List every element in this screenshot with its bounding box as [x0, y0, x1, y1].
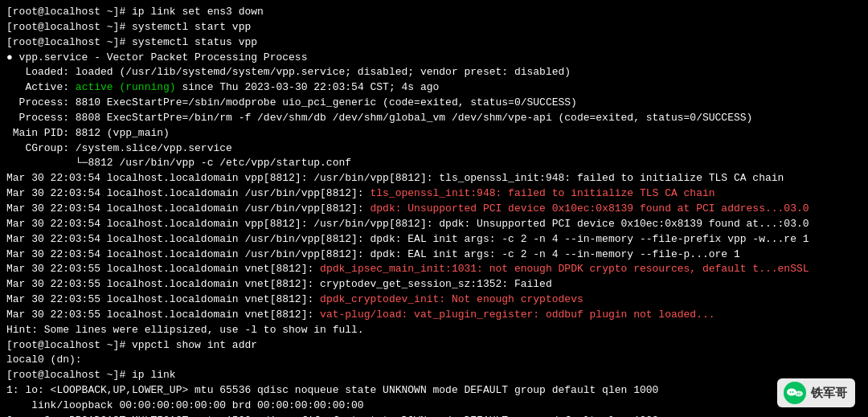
- terminal-line: CGroup: /system.slice/vpp.service: [6, 141, 862, 157]
- terminal: [root@localhost ~]# ip link set ens3 dow…: [0, 0, 868, 417]
- svg-point-6: [799, 393, 800, 395]
- terminal-line: [root@localhost ~]# systemctl status vpp: [6, 35, 862, 51]
- terminal-line: Mar 30 22:03:54 localhost.localdomain vp…: [6, 171, 862, 186]
- svg-point-3: [790, 391, 792, 393]
- terminal-line: Mar 30 22:03:55 localhost.localdomain vn…: [6, 292, 862, 308]
- svg-point-2: [795, 391, 803, 397]
- terminal-line: Mar 30 22:03:54 localhost.localdomain /u…: [6, 202, 862, 217]
- terminal-line: Process: 8810 ExecStartPre=/sbin/modprob…: [6, 96, 862, 111]
- terminal-line: Mar 30 22:03:54 localhost.localdomain /u…: [6, 232, 862, 247]
- terminal-line: Mar 30 22:03:54 localhost.localdomain /u…: [6, 186, 862, 202]
- terminal-line: ● vpp.service - Vector Packet Processing…: [6, 51, 862, 66]
- terminal-line: Mar 30 22:03:54 localhost.localdomain /u…: [6, 247, 862, 263]
- svg-point-5: [797, 393, 799, 395]
- terminal-line: Loaded: loaded (/usr/lib/systemd/system/…: [6, 65, 862, 80]
- terminal-line: Mar 30 22:03:55 localhost.localdomain vn…: [6, 262, 862, 277]
- terminal-line: Process: 8808 ExecStartPre=/bin/rm -f /d…: [6, 111, 862, 126]
- terminal-line: Active: active (running) since Thu 2023-…: [6, 80, 862, 96]
- terminal-line: 1: lo: <LOOPBACK,UP,LOWER_UP> mtu 65536 …: [6, 383, 862, 399]
- terminal-line: 2: ens3: <BROADCAST,MULTICAST> mtu 1500 …: [6, 414, 862, 417]
- watermark: 铁军哥: [777, 378, 855, 407]
- terminal-line: Mar 30 22:03:55 localhost.localdomain vn…: [6, 277, 862, 292]
- terminal-line: link/loopback 00:00:00:00:00:00 brd 00:0…: [6, 399, 862, 414]
- terminal-line: [root@localhost ~]# ip link: [6, 368, 862, 383]
- terminal-line: [root@localhost ~]# ip link set ens3 dow…: [6, 5, 862, 20]
- svg-point-4: [792, 391, 794, 393]
- terminal-line: Mar 30 22:03:54 localhost.localdomain vp…: [6, 217, 862, 232]
- terminal-line: Main PID: 8812 (vpp_main): [6, 126, 862, 141]
- terminal-line: [root@localhost ~]# systemctl start vpp: [6, 20, 862, 35]
- terminal-line: [root@localhost ~]# vppctl show int addr: [6, 338, 862, 354]
- watermark-text: 铁军哥: [811, 384, 847, 402]
- terminal-line: └─8812 /usr/bin/vpp -c /etc/vpp/startup.…: [6, 156, 862, 171]
- terminal-line: local0 (dn):: [6, 353, 862, 368]
- svg-point-1: [787, 389, 796, 396]
- wechat-icon: [784, 382, 806, 404]
- terminal-line: Hint: Some lines were ellipsized, use -l…: [6, 323, 862, 338]
- terminal-line: Mar 30 22:03:55 localhost.localdomain vn…: [6, 308, 862, 323]
